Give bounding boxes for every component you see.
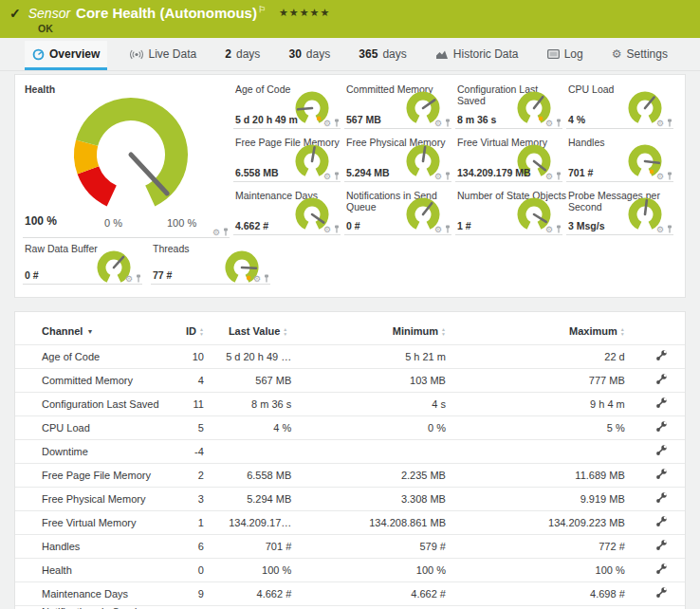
pin-icon[interactable]: [666, 172, 673, 180]
channel-settings-wrench-icon[interactable]: [655, 515, 668, 529]
table-row[interactable]: Maintenance Days 9 4.662 # 4.662 # 4.698…: [15, 581, 685, 605]
gauge-cell-free-virtual-memory: Free Virtual Memory 134.209.179 MB ⚙: [455, 134, 566, 187]
table-row[interactable]: Handles 6 701 # 579 # 772 #: [15, 534, 685, 558]
pin-icon[interactable]: [444, 225, 451, 233]
cell-maximum: 0 #: [463, 605, 639, 609]
gear-icon[interactable]: ⚙: [253, 275, 261, 283]
table-row[interactable]: Downtime -4: [15, 439, 685, 463]
sort-desc-icon: ▼: [86, 328, 93, 335]
cell-minimum: 103 MB: [305, 368, 463, 392]
table-row[interactable]: Free Page File Memory 2 6.558 MB 2.235 M…: [15, 463, 685, 487]
gauge-cell-handles: Handles 701 # ⚙: [566, 134, 677, 187]
cell-minimum: 4 s: [305, 392, 463, 415]
tab-live-data[interactable]: Live Data: [121, 41, 205, 70]
channel-settings-wrench-icon[interactable]: [655, 563, 668, 577]
gear-icon[interactable]: ⚙: [656, 226, 664, 233]
tab-2-days[interactable]: 2 days: [217, 41, 267, 70]
gear-icon[interactable]: ⚙: [545, 120, 553, 127]
pin-icon[interactable]: [333, 172, 341, 180]
tab-365-days[interactable]: 365 days: [351, 41, 414, 70]
gear-icon[interactable]: ⚙: [434, 173, 442, 180]
channel-settings-wrench-icon[interactable]: [655, 586, 668, 600]
gauge-max-label: 100 %: [167, 217, 196, 229]
gauge-cell-free-page-file-memory: Free Page File Memory 6.558 MB ⚙: [233, 134, 344, 187]
pin-icon[interactable]: [333, 119, 341, 127]
gear-icon[interactable]: ⚙: [323, 226, 331, 233]
cell-id: 13: [168, 605, 215, 609]
gear-icon[interactable]: ⚙: [323, 173, 331, 180]
gauge-min-label: 0 %: [104, 217, 122, 229]
gear-icon[interactable]: ⚙: [212, 229, 220, 236]
channel-settings-wrench-icon[interactable]: [655, 349, 668, 363]
tab-settings[interactable]: ⚙ Settings: [604, 41, 675, 70]
pin-icon[interactable]: [263, 274, 270, 283]
gear-icon[interactable]: ⚙: [545, 226, 553, 233]
col-channel[interactable]: Channel▼: [15, 318, 168, 344]
pin-icon[interactable]: [135, 274, 142, 283]
gauge-value: 5 d 20 h 49 m: [235, 114, 298, 125]
pin-icon[interactable]: [555, 119, 562, 127]
channel-settings-wrench-icon[interactable]: [655, 420, 668, 434]
tab-overview[interactable]: Overview: [25, 41, 107, 70]
tab-historic-data[interactable]: Historic Data: [428, 41, 526, 70]
channel-settings-wrench-icon[interactable]: [655, 444, 668, 458]
channels-table: Channel▼ ID▲▼ Last Value▲▼ Minimum▲▼ Max…: [15, 318, 685, 609]
channel-settings-wrench-icon[interactable]: [655, 373, 668, 387]
cell-maximum: 9 h 4 m: [463, 392, 639, 415]
priority-stars[interactable]: ★★★★★: [279, 7, 330, 19]
table-row[interactable]: Health 0 100 % 100 % 100 %: [15, 558, 685, 581]
gear-icon[interactable]: ⚙: [656, 173, 664, 180]
flag-icon[interactable]: ⚐: [258, 5, 266, 14]
pin-icon[interactable]: [555, 225, 562, 233]
tab-log[interactable]: Log: [540, 41, 591, 70]
col-maximum[interactable]: Maximum▲▼: [463, 318, 639, 344]
cell-channel: Downtime: [15, 439, 168, 463]
table-row[interactable]: Free Physical Memory 3 5.294 MB 3.308 MB…: [15, 487, 685, 510]
col-id[interactable]: ID▲▼: [168, 318, 215, 344]
pin-icon[interactable]: [444, 172, 451, 180]
gauge-title: Threads: [153, 243, 190, 254]
channel-settings-wrench-icon[interactable]: [655, 397, 668, 411]
channel-settings-wrench-icon[interactable]: [655, 491, 668, 506]
pin-icon[interactable]: [666, 119, 673, 127]
table-row[interactable]: Committed Memory 4 567 MB 103 MB 777 MB: [15, 368, 685, 392]
gear-icon[interactable]: ⚙: [434, 120, 442, 127]
gear-icon[interactable]: ⚙: [545, 173, 553, 180]
pin-icon[interactable]: [333, 225, 341, 233]
pin-icon[interactable]: [222, 228, 230, 236]
pin-icon[interactable]: [666, 225, 673, 233]
gauge-value: 100 %: [25, 214, 57, 228]
table-row[interactable]: Free Virtual Memory 1 134.209.17… 134.20…: [15, 510, 685, 534]
gauge-cell-maintenance-days: Maintenance Days 4.662 # ⚙: [233, 187, 344, 240]
col-last-value[interactable]: Last Value▲▼: [215, 318, 305, 344]
table-row[interactable]: Age of Code 10 5 d 20 h 49 … 5 h 21 m 22…: [15, 344, 685, 368]
gear-icon[interactable]: ⚙: [656, 120, 664, 127]
cell-minimum: 579 #: [305, 534, 463, 558]
channels-table-body: Age of Code 10 5 d 20 h 49 … 5 h 21 m 22…: [15, 344, 685, 609]
gauge-cell-committed-memory: Committed Memory 567 MB ⚙: [344, 81, 455, 134]
cell-channel: Free Physical Memory: [15, 487, 168, 510]
table-row[interactable]: Configuration Last Saved 11 8 m 36 s 4 s…: [15, 392, 685, 415]
gauge-value: 701 #: [568, 167, 593, 178]
channel-settings-wrench-icon[interactable]: [655, 468, 668, 482]
pin-icon[interactable]: [555, 172, 562, 180]
gauge-title: Age of Code: [235, 83, 290, 95]
gear-icon[interactable]: ⚙: [434, 226, 442, 233]
cell-maximum: 22 d: [463, 344, 639, 368]
gear-icon[interactable]: ⚙: [125, 275, 133, 283]
gauge-value: 134.209.179 MB: [457, 167, 531, 178]
channel-settings-wrench-icon[interactable]: [655, 539, 668, 553]
table-row[interactable]: Notifications in Send Queue 13 0 # 0 # 0…: [15, 605, 685, 609]
chart-icon: [435, 49, 449, 60]
sensor-overview-page: ✓ Sensor Core Health (Autonomous)⚐ ★★★★★…: [0, 0, 700, 609]
cell-minimum: [305, 439, 463, 463]
cell-channel: CPU Load: [15, 415, 168, 439]
gear-icon[interactable]: ⚙: [323, 120, 331, 127]
table-row[interactable]: CPU Load 5 4 % 0 % 5 %: [15, 415, 685, 439]
tab-30-days[interactable]: 30 days: [282, 41, 339, 70]
col-minimum[interactable]: Minimum▲▼: [305, 318, 463, 344]
cell-id: 4: [168, 368, 215, 392]
cell-channel: Notifications in Send Queue: [15, 605, 168, 609]
cell-last-value: 0 #: [215, 605, 305, 609]
pin-icon[interactable]: [444, 119, 451, 127]
